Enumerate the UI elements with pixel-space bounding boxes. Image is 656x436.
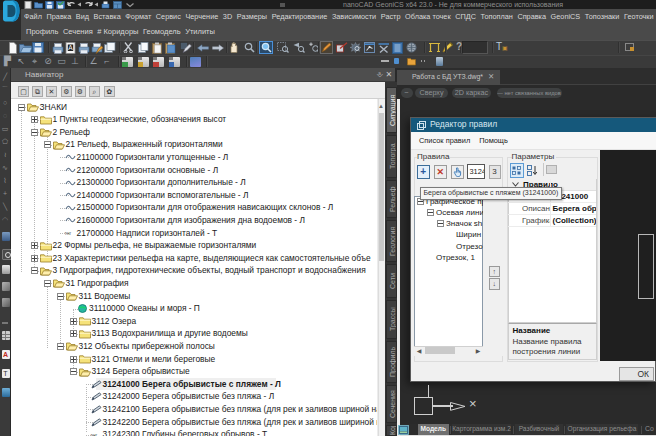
svg-text:A: A [68, 44, 73, 51]
